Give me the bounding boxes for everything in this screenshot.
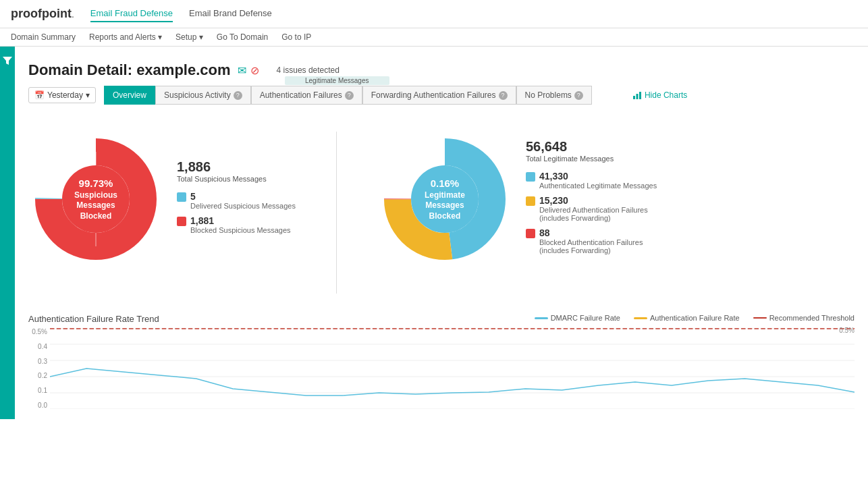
tab-container: Legitimate Messages 📅 Yesterday ▾ Overvi…: [28, 86, 855, 105]
stop-icon[interactable]: ⊘: [250, 64, 259, 77]
trend-legend-threshold: Recommended Threshold: [753, 314, 855, 322]
tab-suspicious-activity[interactable]: Suspicious Activity ?: [155, 86, 251, 105]
legend-color-blue: [177, 192, 186, 202]
trend-chart-container: 0.5% 0.4 0.3 0.2 0.1 0.0: [28, 328, 855, 411]
trend-title: Authentication Failure Rate Trend: [28, 314, 159, 324]
suspicious-legend-blocked: 1,881 Blocked Suspicious Messages: [177, 215, 296, 234]
date-picker[interactable]: 📅 Yesterday ▾: [28, 87, 96, 103]
suspicious-donut-label: 99.73% Suspicious Messages Blocked: [74, 177, 117, 221]
svg-rect-3: [639, 92, 641, 99]
tab-overview[interactable]: Overview: [104, 86, 155, 105]
top-bar: proofpoint. Email Fraud Defense Email Br…: [0, 0, 868, 28]
tab-forwarding-auth-failures[interactable]: Forwarding Authentication Failures ?: [362, 86, 516, 105]
legend-color-blue-2: [526, 172, 535, 182]
trend-section: Authentication Failure Rate Trend DMARC …: [28, 314, 855, 411]
chart-icon: [632, 90, 642, 100]
suspicious-chart-section: 99.73% Suspicious Messages Blocked 1,886…: [28, 132, 296, 267]
secondary-nav: Domain Summary Reports and Alerts ▾ Setu…: [0, 28, 868, 47]
legend-color-red: [177, 217, 186, 226]
content-area: Domain Detail: example.com ✉ ⊘ 4 issues …: [0, 47, 868, 419]
calendar-icon: 📅: [34, 90, 45, 100]
suspicious-stats: 1,886 Total Suspicious Messages 5 Delive…: [177, 159, 296, 240]
legend-color-yellow: [526, 196, 535, 206]
date-picker-value: Yesterday: [47, 90, 83, 100]
main-content: Domain Detail: example.com ✉ ⊘ 4 issues …: [0, 47, 868, 419]
header-icons: ✉ ⊘: [238, 64, 259, 77]
tab-row: 📅 Yesterday ▾ Overview Suspicious Activi…: [28, 86, 855, 105]
nav-reports-alerts[interactable]: Reports and Alerts ▾: [89, 32, 162, 42]
help-icon-suspicious: ?: [234, 91, 242, 100]
legitimate-messages-label: Legitimate Messages: [285, 76, 389, 85]
page-header: Domain Detail: example.com ✉ ⊘ 4 issues …: [28, 55, 855, 86]
hide-charts-button[interactable]: Hide Charts: [632, 90, 687, 100]
suspicious-legend-delivered: 5 Delivered Suspicious Messages: [177, 191, 296, 210]
nav-domain-summary[interactable]: Domain Summary: [11, 32, 76, 42]
legitimate-legend-blocked-failures: 88 Blocked Authentication Failures (incl…: [526, 227, 657, 254]
legitimate-donut-label: 0.16% Legitimate Messages Blocked: [425, 177, 465, 221]
help-icon-forwarding: ?: [499, 91, 508, 100]
trend-header: Authentication Failure Rate Trend DMARC …: [28, 314, 855, 328]
svg-rect-1: [633, 96, 635, 99]
email-icon[interactable]: ✉: [238, 64, 246, 77]
nav-go-to-ip[interactable]: Go to IP: [281, 32, 311, 42]
issues-badge: 4 issues detected: [277, 65, 340, 75]
legitimate-legend-authenticated: 41,330 Authenticated Legitimate Messages: [526, 171, 657, 190]
trend-legend-auth-failure: Authentication Failure Rate: [634, 314, 740, 322]
legitimate-legend-delivered-failures: 15,230 Delivered Authentication Failures…: [526, 195, 657, 222]
legitimate-donut: 0.16% Legitimate Messages Blocked: [377, 132, 512, 267]
y-axis: 0.5% 0.4 0.3 0.2 0.1 0.0: [28, 328, 50, 409]
help-icon-no-problems: ?: [574, 91, 583, 100]
legend-color-red-2: [526, 229, 535, 238]
suspicious-donut: 99.73% Suspicious Messages Blocked: [28, 132, 163, 267]
section-divider: [336, 132, 337, 294]
legend-dot-threshold: [753, 317, 767, 319]
svg-rect-2: [636, 94, 638, 99]
legitimate-stats: 56,648 Total Legitimate Messages 41,330 …: [526, 139, 657, 260]
chevron-down-icon: ▾: [86, 90, 90, 100]
nav-email-brand-defense[interactable]: Email Brand Defense: [189, 5, 272, 22]
tab-no-problems[interactable]: No Problems ?: [516, 86, 592, 105]
tab-authentication-failures[interactable]: Authentication Failures ?: [251, 86, 362, 105]
trend-legend-dmarc: DMARC Failure Rate: [535, 314, 620, 322]
charts-area: 99.73% Suspicious Messages Blocked 1,886…: [28, 118, 855, 307]
trend-chart-area: 0.5%: [50, 328, 855, 411]
nav-setup[interactable]: Setup ▾: [175, 32, 203, 42]
trend-legend: DMARC Failure Rate Authentication Failur…: [535, 314, 855, 322]
legend-dot-dmarc: [535, 317, 548, 319]
trend-svg: [50, 328, 855, 409]
y-axis-right-label: 0.5%: [839, 327, 855, 334]
page-title: Domain Detail: example.com: [28, 61, 231, 79]
help-icon-auth: ?: [345, 91, 354, 100]
legitimate-chart-section: 0.16% Legitimate Messages Blocked 56,648…: [377, 132, 657, 267]
nav-email-fraud-defense[interactable]: Email Fraud Defense: [90, 5, 173, 22]
nav-go-to-domain[interactable]: Go To Domain: [217, 32, 268, 42]
legend-dot-auth: [634, 317, 647, 319]
logo: proofpoint.: [11, 7, 74, 21]
